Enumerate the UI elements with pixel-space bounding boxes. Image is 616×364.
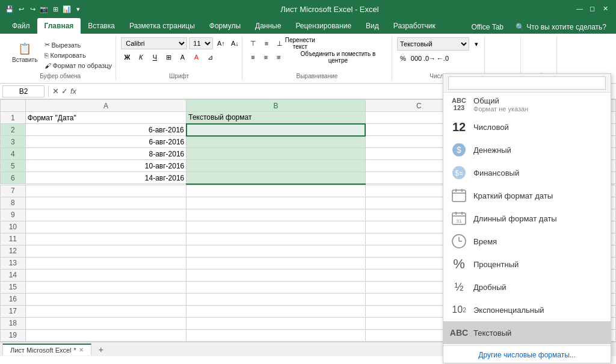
cell-a8[interactable] xyxy=(25,197,186,209)
minimize-button[interactable]: — xyxy=(576,5,585,13)
cell-b12[interactable] xyxy=(186,245,365,257)
close-button[interactable]: ✕ xyxy=(603,5,611,13)
number-format-select[interactable]: Общий Числовой Текстовый xyxy=(397,37,469,51)
cell-a11[interactable] xyxy=(25,233,186,245)
cell-a10[interactable] xyxy=(25,221,186,233)
format-item-number[interactable]: 12 Числовой xyxy=(443,116,611,138)
cell-b8[interactable] xyxy=(186,197,365,209)
cell-b6[interactable] xyxy=(186,172,365,184)
wrap-text-button[interactable]: Перенести текст xyxy=(294,37,306,49)
align-top-button[interactable]: ⊤ xyxy=(247,37,259,49)
cell-a6[interactable]: 14-авг-2016 xyxy=(25,172,186,184)
cell-a9[interactable] xyxy=(25,209,186,221)
cell-a13[interactable] xyxy=(25,257,186,269)
cell-a4[interactable]: 8-авг-2016 xyxy=(25,148,186,160)
undo-icon[interactable]: ↩ xyxy=(16,4,26,14)
cell-b14[interactable] xyxy=(186,269,365,281)
restore-button[interactable]: ◻ xyxy=(590,5,598,13)
format-item-time[interactable]: Время xyxy=(443,230,611,253)
increase-decimal-button[interactable]: .0→ xyxy=(424,52,436,64)
format-item-long-date[interactable]: 31 Длинный формат даты xyxy=(443,207,611,230)
decrease-decimal-button[interactable]: ←.0 xyxy=(437,52,449,64)
cell-a14[interactable] xyxy=(25,269,186,281)
other-formats-link[interactable]: Другие числовые форматы... xyxy=(443,347,611,363)
col-header-a[interactable]: A xyxy=(25,100,186,112)
tab-office[interactable]: Office Tab xyxy=(466,20,508,34)
cell-b18[interactable] xyxy=(186,317,365,329)
cell-b16[interactable] xyxy=(186,293,365,305)
format-item-fraction[interactable]: ½ Дробный xyxy=(443,276,611,298)
tab-view[interactable]: Вид xyxy=(359,18,386,34)
format-item-general[interactable]: ABC123 Общий Формат не указан xyxy=(443,93,611,116)
format-item-percent[interactable]: % Процентный xyxy=(443,253,611,276)
cell-b2[interactable] xyxy=(186,124,365,136)
confirm-formula-icon[interactable]: ✓ xyxy=(61,87,68,96)
tab-data[interactable]: Данные xyxy=(248,18,288,34)
underline-button[interactable]: Ч xyxy=(149,51,161,63)
cell-a3[interactable]: 6-авг-2016 xyxy=(25,136,186,148)
insert-function-icon[interactable]: fx xyxy=(70,87,76,96)
fill-color-button[interactable]: A xyxy=(176,51,188,63)
format-item-scientific[interactable]: 102 Экспоненциальный xyxy=(443,298,611,321)
tab-formulas[interactable]: Формулы xyxy=(202,18,248,34)
cell-b19[interactable] xyxy=(186,329,365,341)
tab-home[interactable]: Главная xyxy=(37,18,81,34)
cell-b15[interactable] xyxy=(186,281,365,293)
cell-a2[interactable]: 6-авг-2016 xyxy=(25,124,186,136)
cell-b10[interactable] xyxy=(186,221,365,233)
align-right-button[interactable]: ≡ xyxy=(273,51,285,63)
help-icon[interactable]: 🔍 Что вы хотите сделать? xyxy=(511,20,611,34)
italic-button[interactable]: К xyxy=(135,51,147,63)
format-item-currency[interactable]: $ Денежный xyxy=(443,138,611,161)
sheet-tab-close-button[interactable]: ✕ xyxy=(79,347,84,353)
cell-a17[interactable] xyxy=(25,305,186,317)
cell-b3[interactable] xyxy=(186,136,365,148)
cell-a12[interactable] xyxy=(25,245,186,257)
paste-button[interactable]: 📋 Вставить xyxy=(10,37,40,67)
copy-button[interactable]: ⎘ Копировать xyxy=(42,51,114,60)
tab-review[interactable]: Рецензирование xyxy=(288,18,359,34)
save-icon[interactable]: 💾 xyxy=(5,4,14,14)
align-center-button[interactable]: ≡ xyxy=(260,51,271,63)
cell-a5[interactable]: 10-авг-2016 xyxy=(25,160,186,172)
align-middle-button[interactable]: ≡ xyxy=(260,37,273,49)
number-format-dropdown[interactable]: ▾ xyxy=(470,38,482,50)
cell-b1[interactable]: Текстовый формат xyxy=(186,112,365,124)
font-grow-button[interactable]: A↑ xyxy=(215,37,227,49)
cell-b4[interactable] xyxy=(186,148,365,160)
redo-icon[interactable]: ↪ xyxy=(28,4,37,14)
cancel-formula-icon[interactable]: ✕ xyxy=(52,87,59,96)
cell-a15[interactable] xyxy=(25,281,186,293)
tab-page-layout[interactable]: Разметка страницы xyxy=(122,18,202,34)
font-color-button[interactable]: A xyxy=(190,51,202,63)
cell-reference-input[interactable] xyxy=(2,85,45,97)
format-item-short-date[interactable]: Краткий формат даты xyxy=(443,184,611,207)
cell-b9[interactable] xyxy=(186,209,365,221)
cell-a18[interactable] xyxy=(25,317,186,329)
font-effects-button[interactable]: ⊿ xyxy=(204,51,216,63)
format-search-input[interactable] xyxy=(448,76,606,90)
cell-b17[interactable] xyxy=(186,305,365,317)
add-sheet-button[interactable]: + xyxy=(95,344,107,356)
table-icon[interactable]: ⊞ xyxy=(51,4,60,14)
cell-a16[interactable] xyxy=(25,293,186,305)
tab-file[interactable]: Файл xyxy=(5,18,37,34)
cell-a19[interactable] xyxy=(25,329,186,341)
col-header-b[interactable]: B xyxy=(186,100,365,112)
cell-b7[interactable] xyxy=(186,185,365,197)
cell-b5[interactable] xyxy=(186,160,365,172)
tab-developer[interactable]: Разработчик xyxy=(386,18,443,34)
customize-icon[interactable]: ▾ xyxy=(73,4,83,14)
format-item-accounting[interactable]: $= Финансовый xyxy=(443,161,611,184)
chart-icon[interactable]: 📊 xyxy=(62,4,72,14)
font-size-select[interactable]: 11 xyxy=(189,37,213,49)
bold-button[interactable]: Ж xyxy=(121,51,133,63)
percent-button[interactable]: % xyxy=(397,52,409,64)
cell-a7[interactable] xyxy=(25,185,186,197)
align-left-button[interactable]: ≡ xyxy=(247,51,259,63)
format-painter-button[interactable]: 🖌 Формат по образцу xyxy=(42,61,114,70)
format-item-text[interactable]: ABC Текстовый xyxy=(443,321,611,344)
font-shrink-button[interactable]: A↓ xyxy=(229,37,241,49)
tab-insert[interactable]: Вставка xyxy=(81,18,122,34)
align-bottom-button[interactable]: ⊥ xyxy=(274,37,286,49)
